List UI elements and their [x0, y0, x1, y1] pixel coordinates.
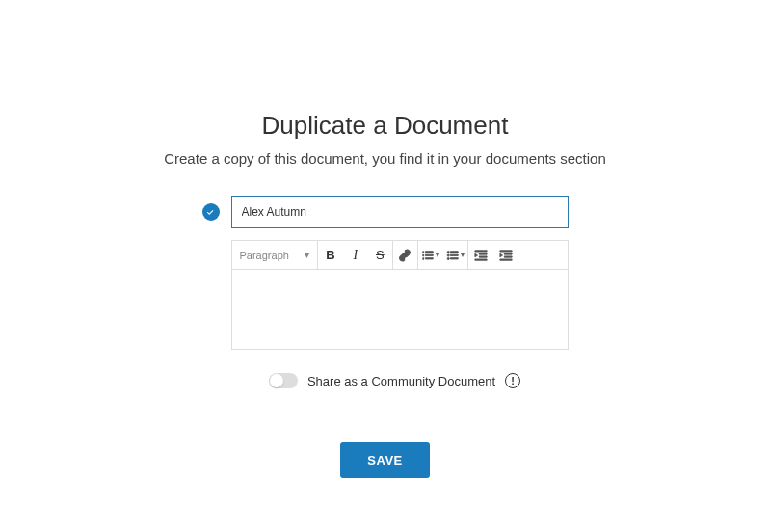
page-title: Duplicate a Document: [262, 111, 509, 141]
chevron-down-icon: ▾: [305, 250, 309, 260]
save-button[interactable]: SAVE: [340, 442, 429, 478]
italic-button[interactable]: I: [343, 241, 368, 269]
share-toggle-label: Share as a Community Document: [307, 374, 495, 388]
outdent-button[interactable]: [468, 241, 493, 269]
info-icon[interactable]: !: [505, 373, 520, 388]
bold-button[interactable]: B: [318, 241, 343, 269]
share-row: Share as a Community Document !: [269, 373, 520, 388]
svg-point-2: [447, 257, 449, 259]
svg-point-0: [447, 251, 449, 253]
rich-text-editor: Paragraph ▾ B I S ▾ ▾: [231, 240, 569, 350]
valid-check-icon: [202, 203, 220, 221]
numbered-list-button[interactable]: ▾: [418, 241, 443, 269]
title-row: [202, 196, 569, 228]
link-button[interactable]: [393, 241, 418, 269]
bullet-list-button[interactable]: ▾: [443, 241, 468, 269]
share-toggle[interactable]: [269, 373, 298, 388]
svg-point-1: [447, 253, 449, 255]
strikethrough-button[interactable]: S: [368, 241, 393, 269]
indent-button[interactable]: [493, 241, 518, 269]
editor-toolbar: Paragraph ▾ B I S ▾ ▾: [232, 241, 568, 270]
page-subtitle: Create a copy of this document, you find…: [164, 150, 606, 167]
format-dropdown[interactable]: Paragraph ▾: [232, 241, 318, 269]
format-dropdown-label: Paragraph: [240, 250, 289, 261]
editor-textarea[interactable]: [232, 270, 568, 349]
document-title-input[interactable]: [231, 196, 569, 228]
